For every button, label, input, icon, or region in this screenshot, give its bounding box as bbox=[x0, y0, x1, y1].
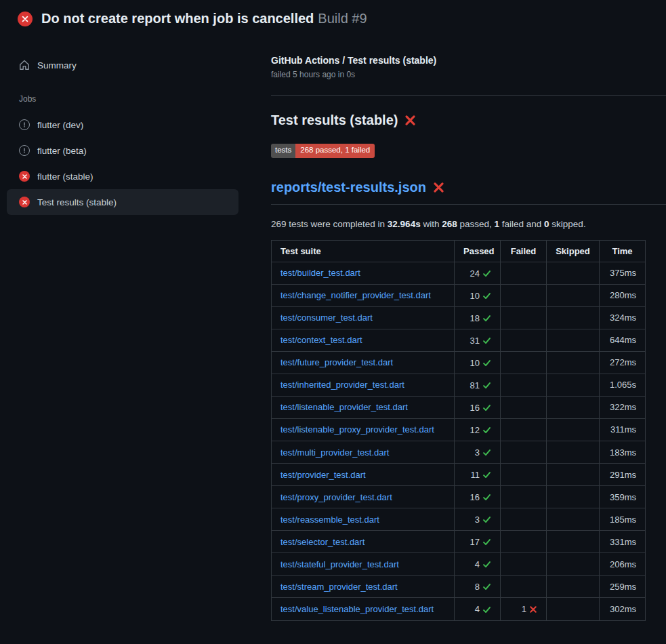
tests-badge: tests 268 passed, 1 failed bbox=[271, 144, 375, 158]
test-suite-link[interactable]: test/listenable_proxy_provider_test.dart bbox=[280, 424, 434, 435]
passed-count: 4 bbox=[475, 605, 480, 615]
test-suite-link[interactable]: test/value_listenable_provider_test.dart bbox=[280, 604, 434, 614]
test-suite-link[interactable]: test/selector_test.dart bbox=[280, 537, 365, 547]
col-header-skipped: Skipped bbox=[547, 240, 600, 262]
cross-icon bbox=[529, 605, 537, 613]
test-suite-link[interactable]: test/provider_test.dart bbox=[280, 470, 366, 480]
test-suite-link[interactable]: test/multi_provider_test.dart bbox=[280, 447, 389, 458]
col-header-time: Time bbox=[600, 240, 646, 262]
test-suite-cell: test/selector_test.dart bbox=[272, 531, 455, 553]
time-cell: 272ms bbox=[600, 351, 646, 374]
failed-cell bbox=[501, 306, 547, 329]
results-table: Test suite Passed Failed Skipped Time te… bbox=[271, 240, 646, 621]
table-row: test/multi_provider_test.dart 3 183ms bbox=[272, 441, 646, 464]
passed-count: 18 bbox=[470, 313, 480, 323]
sidebar-summary-label: Summary bbox=[37, 60, 77, 71]
passed-cell: 8 bbox=[455, 576, 501, 598]
test-suite-link[interactable]: test/reassemble_test.dart bbox=[280, 515, 379, 525]
skipped-cell bbox=[547, 262, 600, 284]
table-header-row: Test suite Passed Failed Skipped Time bbox=[272, 240, 646, 262]
failed-x-icon bbox=[433, 182, 444, 193]
table-row: test/future_provider_test.dart 10 272ms bbox=[272, 351, 646, 374]
time-cell: 324ms bbox=[600, 306, 646, 329]
test-suite-link[interactable]: test/inherited_provider_test.dart bbox=[280, 380, 404, 390]
table-row: test/inherited_provider_test.dart 81 1.0… bbox=[272, 374, 646, 396]
test-suite-link[interactable]: test/context_test.dart bbox=[280, 335, 362, 345]
passed-cell: 4 bbox=[455, 553, 501, 576]
passed-cell: 16 bbox=[455, 396, 501, 418]
test-suite-link[interactable]: test/proxy_provider_test.dart bbox=[280, 492, 392, 502]
sidebar-item-test-results-stable[interactable]: Test results (stable) bbox=[7, 189, 238, 215]
summary-line: 269 tests were completed in 32.964s with… bbox=[271, 219, 666, 229]
test-suite-link[interactable]: test/stateful_provider_test.dart bbox=[280, 559, 399, 569]
failed-cell: 1 bbox=[501, 598, 547, 620]
test-suite-cell: test/multi_provider_test.dart bbox=[272, 441, 455, 464]
badge-label: tests bbox=[271, 144, 295, 158]
check-icon bbox=[482, 403, 491, 412]
skipped-cell bbox=[547, 418, 600, 441]
test-suite-cell: test/consumer_test.dart bbox=[272, 306, 455, 329]
col-header-test-suite: Test suite bbox=[272, 240, 455, 262]
time-cell: 375ms bbox=[600, 262, 646, 284]
passed-cell: 18 bbox=[455, 306, 501, 329]
sidebar-item-flutter-stable[interactable]: flutter (stable) bbox=[7, 163, 238, 189]
table-row: test/consumer_test.dart 18 324ms bbox=[272, 306, 646, 329]
time-cell: 183ms bbox=[600, 441, 646, 464]
test-suite-link[interactable]: test/future_provider_test.dart bbox=[280, 357, 393, 367]
skipped-cell bbox=[547, 464, 600, 486]
test-suite-link[interactable]: test/consumer_test.dart bbox=[280, 313, 373, 323]
table-row: test/reassemble_test.dart 3 185ms bbox=[272, 508, 646, 531]
passed-count: 10 bbox=[470, 291, 480, 301]
test-suite-link[interactable]: test/stream_provider_test.dart bbox=[280, 582, 398, 592]
sidebar-item-summary[interactable]: Summary bbox=[7, 52, 238, 78]
skipped-cell bbox=[547, 306, 600, 329]
table-row: test/builder_test.dart 24 375ms bbox=[272, 262, 646, 284]
table-row: test/context_test.dart 31 644ms bbox=[272, 329, 646, 351]
report-link[interactable]: reports/test-results.json bbox=[271, 180, 426, 195]
sidebar-item-flutter-dev[interactable]: flutter (dev) bbox=[7, 112, 238, 138]
failed-cell bbox=[501, 441, 547, 464]
test-suite-link[interactable]: test/builder_test.dart bbox=[280, 268, 360, 278]
failed-cell bbox=[501, 284, 547, 306]
check-icon bbox=[482, 314, 491, 323]
test-suite-cell: test/provider_test.dart bbox=[272, 464, 455, 486]
time-cell: 331ms bbox=[600, 531, 646, 553]
neutral-status-icon bbox=[19, 145, 30, 156]
jobs-heading: Jobs bbox=[7, 78, 238, 112]
failed-status-icon bbox=[19, 171, 30, 182]
passed-cell: 4 bbox=[455, 598, 501, 620]
test-suite-link[interactable]: test/listenable_provider_test.dart bbox=[280, 402, 408, 412]
passed-cell: 10 bbox=[455, 284, 501, 306]
passed-count: 11 bbox=[471, 470, 480, 480]
failed-cell bbox=[501, 418, 547, 441]
sidebar: Summary Jobs flutter (dev) flutter (beta… bbox=[0, 35, 271, 215]
check-icon bbox=[482, 336, 491, 345]
run-meta: failed 5 hours ago in 0s bbox=[271, 70, 666, 79]
section-title: Test results (stable) bbox=[271, 113, 666, 128]
build-number: Build #9 bbox=[318, 11, 367, 26]
neutral-status-icon bbox=[19, 119, 30, 130]
check-icon bbox=[482, 381, 491, 390]
failed-cell bbox=[501, 262, 547, 284]
table-row: test/selector_test.dart 17 331ms bbox=[272, 531, 646, 553]
table-row: test/change_notifier_provider_test.dart … bbox=[272, 284, 646, 306]
passed-cell: 16 bbox=[455, 486, 501, 508]
skipped-cell bbox=[547, 329, 600, 351]
run-title: Do not create report when job is cancell… bbox=[41, 11, 314, 26]
test-suite-link[interactable]: test/change_notifier_provider_test.dart bbox=[280, 290, 431, 300]
table-row: test/stateful_provider_test.dart 4 206ms bbox=[272, 553, 646, 576]
check-icon bbox=[482, 426, 491, 435]
skipped-cell bbox=[547, 508, 600, 531]
skipped-cell bbox=[547, 441, 600, 464]
passed-count: 24 bbox=[470, 268, 480, 279]
passed-cell: 3 bbox=[455, 508, 501, 531]
sidebar-item-flutter-beta[interactable]: flutter (beta) bbox=[7, 138, 238, 163]
test-suite-cell: test/context_test.dart bbox=[272, 329, 455, 351]
table-row: test/listenable_provider_test.dart 16 32… bbox=[272, 396, 646, 418]
time-cell: 311ms bbox=[600, 418, 646, 441]
col-header-passed: Passed bbox=[455, 240, 501, 262]
table-row: test/stream_provider_test.dart 8 259ms bbox=[272, 576, 646, 598]
test-suite-cell: test/stream_provider_test.dart bbox=[272, 576, 455, 598]
passed-count: 31 bbox=[470, 336, 480, 346]
report-title: reports/test-results.json bbox=[271, 180, 666, 205]
